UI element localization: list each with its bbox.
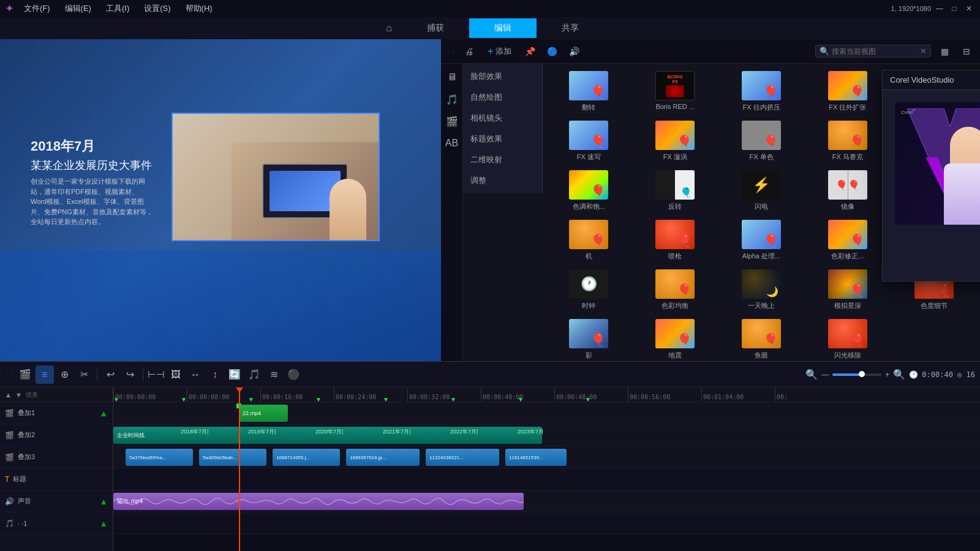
effect-item-fisheye[interactable]: 🎈 鱼眼 — [720, 317, 803, 362]
tl-year-2021: 2021年7月| — [383, 428, 410, 436]
effect-item-lightning[interactable]: ⚡ 闪电 — [720, 168, 803, 214]
tl-photo-btn[interactable]: 🖼 — [167, 365, 185, 384]
title-bar-right: 1, 1920*1080 — □ ✕ — [891, 0, 975, 17]
tab-capture[interactable]: 捕获 — [402, 18, 469, 38]
zoom-slider[interactable] — [832, 373, 881, 376]
sidebar-fx-icon[interactable]: 🎬 — [443, 113, 461, 130]
effect-item-color-correct[interactable]: 🎈 色彩修正... — [806, 217, 889, 263]
tl-rotate-btn[interactable]: 🔄 — [225, 365, 244, 384]
menu-natural-draw[interactable]: 自然绘图 — [463, 87, 542, 108]
tl-add-track-icon[interactable]: ▲ — [5, 391, 12, 399]
tl-add-music[interactable]: ▲ — [99, 519, 108, 528]
minimize-button[interactable]: — — [933, 2, 946, 15]
tab-home[interactable]: ⌂ — [376, 19, 402, 37]
menu-settings[interactable]: 设置(S) — [141, 2, 173, 15]
tl-film-btn[interactable]: 🎬 — [16, 365, 34, 384]
tl-clip-photo-5[interactable]: 11224038321... — [426, 449, 499, 466]
menu-file[interactable]: 文件(F) — [21, 2, 53, 15]
tl-audio-track-icon: 🔊 — [5, 497, 14, 506]
effect-item-invert[interactable]: 🎈 反转 — [634, 168, 717, 214]
tl-marker-green-2: ▼ — [248, 396, 254, 403]
zoom-out-icon[interactable]: 🔍 — [805, 369, 818, 380]
effects-audio-icon[interactable]: 🔊 — [565, 43, 582, 60]
tl-remove-track-icon[interactable]: ▼ — [15, 391, 22, 399]
tl-clip-photo-6[interactable]: 11614651539... — [505, 449, 567, 466]
tl-shrink-btn[interactable]: ↕ — [206, 365, 224, 384]
search-clear-icon[interactable]: ✕ — [920, 47, 927, 56]
effect-item-fx-swirl[interactable]: 🎈 FX 漩涡 — [634, 118, 717, 164]
tl-expand-btn[interactable]: ↔ — [186, 365, 205, 384]
list-view-icon[interactable]: ⊟ — [958, 43, 975, 60]
maximize-button[interactable]: □ — [948, 2, 960, 15]
effect-item-fx-sketch[interactable]: 🎈 FX 速写 — [548, 118, 630, 164]
effect-item-night[interactable]: 🌙 一天晚上 — [720, 267, 803, 313]
zoom-thumb[interactable] — [859, 371, 865, 377]
tl-add-video[interactable]: ▲ — [99, 408, 108, 418]
tl-redo-btn[interactable]: ↪ — [121, 365, 139, 384]
tl-clip-photo-4[interactable]: 1669367618.jp... — [346, 449, 420, 466]
effect-item-fx-inward[interactable]: 🎈 FX 往内挤压 — [720, 69, 803, 114]
tl-ripple-btn[interactable]: ≋ — [265, 365, 283, 384]
tl-year-2022: 2022年7月| — [450, 428, 478, 436]
zoom-in-btn[interactable]: + — [885, 370, 889, 379]
effect-item-shadow[interactable]: 🎈 影 — [548, 317, 630, 362]
tl-marker-green-0: ▼ — [113, 396, 119, 403]
effect-item-fx-mosaic[interactable]: 🎈 FX 马赛克 — [806, 118, 889, 164]
tl-marker-green-7: ▼ — [585, 396, 591, 403]
sidebar-music-icon[interactable]: 🎵 — [443, 91, 461, 108]
effect-item-earthquake[interactable]: 🎈 地震 — [634, 317, 717, 362]
menu-2d-map[interactable]: 二维映射 — [463, 149, 542, 170]
search-input[interactable] — [832, 47, 918, 56]
sidebar-media-icon[interactable]: 🖥 — [443, 69, 461, 86]
menu-tools[interactable]: 工具(I) — [104, 2, 132, 15]
effect-item-mirror[interactable]: 🎈🎈 镜像 — [806, 168, 889, 214]
tl-copy-btn[interactable]: ⊕ — [55, 365, 74, 384]
tl-timeline-btn[interactable]: ≡ — [36, 365, 54, 384]
effects-filter-icon[interactable]: 🔵 — [543, 43, 560, 60]
tl-trim-btn[interactable]: ⊢⊣ — [147, 365, 165, 384]
tl-clip-photo-3[interactable]: 1668714955.j... — [273, 449, 340, 466]
effect-item-boris[interactable]: BORIS FX Boris RED ... — [634, 69, 717, 114]
tl-add-audio[interactable]: ▲ — [99, 497, 108, 506]
effect-item-flash-remove[interactable]: 🎈 闪光移除 — [806, 317, 889, 362]
tl-playhead[interactable] — [239, 388, 240, 551]
effect-item-color-balance[interactable]: 🎈 色彩均衡 — [634, 267, 717, 313]
tab-edit[interactable]: 编辑 — [469, 18, 537, 38]
effect-item-machine[interactable]: 🎈 机 — [548, 217, 630, 263]
effects-printer-icon[interactable]: 🖨 — [461, 43, 478, 60]
tl-mix-btn[interactable]: ⚫ — [284, 365, 303, 384]
timeline-icon[interactable]: 🕐 — [909, 370, 918, 379]
effect-item-fx-outward[interactable]: 🎈 FX 往外扩张 — [806, 69, 889, 114]
zoom-in-icon[interactable]: 🔍 — [893, 369, 905, 380]
menu-edit[interactable]: 编辑(E) — [62, 2, 94, 15]
effect-item-fx-mono[interactable]: 🎈 FX 单色 — [720, 118, 803, 164]
tl-audio-btn[interactable]: 🎵 — [245, 365, 263, 384]
menu-adjust[interactable]: 调整 — [463, 170, 542, 191]
effect-item-depth[interactable]: 🎈 模拟景深 — [806, 267, 889, 313]
effect-item-hue[interactable]: 🎈 色调和饱... — [548, 168, 630, 214]
effects-pin-icon[interactable]: 📌 — [521, 43, 538, 60]
zoom-out-btn[interactable]: — — [821, 370, 829, 379]
menu-camera-lens[interactable]: 相机镜头 — [463, 108, 542, 129]
effect-item-alpha[interactable]: 🎈 Alpha 处理... — [720, 217, 803, 263]
tl-clip-22mp4[interactable]: 22.mp4 — [239, 405, 288, 422]
about-logo-area: Corel® — [895, 102, 980, 269]
tl-clip-output-mp4[interactable]: 输出.mp4 — [113, 493, 524, 510]
tl-track-label-video: 🎬 叠加1 ▲ — [0, 402, 113, 424]
effect-item-clock[interactable]: 🕐 时钟 — [548, 267, 630, 313]
close-button[interactable]: ✕ — [963, 2, 975, 15]
tab-share[interactable]: 共享 — [537, 18, 604, 38]
tl-cut-btn[interactable]: ✂ — [75, 365, 93, 384]
sidebar-text-icon[interactable]: AB — [443, 135, 461, 152]
effects-add-button[interactable]: + 添加 — [483, 43, 516, 59]
menu-title-effects[interactable]: 标题效果 — [463, 129, 542, 149]
tl-undo-btn[interactable]: ↩ — [101, 365, 119, 384]
menu-face-effects[interactable]: 脸部效果 — [463, 66, 542, 87]
effect-item-flip[interactable]: 🎈 翻转 — [548, 69, 630, 114]
effect-item-spray[interactable]: 🎈 喷枪 — [634, 217, 717, 263]
tl-clip-photo-2[interactable]: 5a409bb5bab... — [199, 449, 266, 466]
menu-help[interactable]: 帮助(H) — [183, 2, 215, 15]
tl-clip-photo-1[interactable]: 5a37fdea59%a... — [126, 449, 193, 466]
grid-view-icon[interactable]: ▦ — [936, 43, 953, 60]
effects-search-box[interactable]: 🔍 ✕ — [815, 45, 931, 58]
